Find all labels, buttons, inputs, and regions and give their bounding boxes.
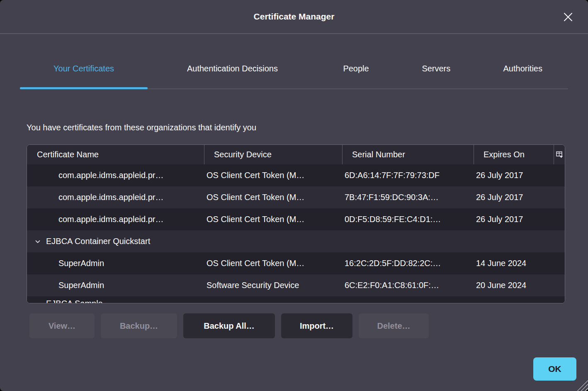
cell-serial-number: 6C:E2:F0:A1:C8:61:0F:…: [343, 274, 474, 296]
cell-security-device: Software Security Device: [204, 274, 343, 296]
delete-button[interactable]: Delete…: [359, 313, 429, 338]
table-row[interactable]: com.apple.idms.appleid.pr… OS Client Cer…: [27, 186, 565, 208]
cell-certificate-name: com.apple.idms.appleid.pr…: [27, 186, 204, 208]
cell-serial-number: 16:2C:2D:5F:DD:82:2C:…: [343, 252, 474, 274]
cell-expires-on: 26 July 2017: [474, 186, 554, 208]
tab-bar: Your Certificates Authentication Decisio…: [20, 34, 568, 89]
cell-serial-number: 7B:47:F1:59:DC:90:3A:…: [343, 186, 474, 208]
close-button[interactable]: [561, 10, 576, 24]
cell-expires-on: 26 July 2017: [474, 164, 554, 186]
tab-servers[interactable]: Servers: [395, 34, 477, 88]
table-row[interactable]: SuperAdmin OS Client Cert Token (M… 16:2…: [27, 252, 565, 274]
tab-people[interactable]: People: [317, 34, 395, 88]
certificates-table: Certificate Name Security Device Serial …: [27, 144, 565, 303]
column-header-serial-number[interactable]: Serial Number: [343, 145, 474, 164]
column-header-certificate-name[interactable]: Certificate Name: [27, 145, 204, 164]
cell-security-device: OS Client Cert Token (M…: [204, 252, 343, 274]
column-header-security-device[interactable]: Security Device: [204, 145, 343, 164]
table-row[interactable]: SuperAdmin Software Security Device 6C:E…: [27, 274, 565, 296]
table-row[interactable]: com.apple.idms.appleid.pr… OS Client Cer…: [27, 208, 565, 230]
column-picker-button[interactable]: [554, 145, 565, 164]
cell-expires-on: 26 July 2017: [474, 208, 554, 230]
column-picker-icon: [556, 151, 563, 158]
resize-grip[interactable]: [577, 380, 588, 391]
import-button[interactable]: Import…: [281, 313, 352, 338]
backup-all-button[interactable]: Backup All…: [183, 313, 275, 338]
dialog-title: Certificate Manager: [254, 12, 335, 22]
cell-certificate-name: SuperAdmin: [27, 252, 204, 274]
ok-button[interactable]: OK: [533, 357, 576, 381]
tab-label: Servers: [422, 64, 450, 73]
tab-your-certificates[interactable]: Your Certificates: [20, 34, 148, 88]
column-header-expires-on[interactable]: Expires On: [474, 145, 554, 164]
tab-label: Authentication Decisions: [187, 64, 278, 73]
group-label: EJBCA Sample: [27, 296, 565, 303]
cell-certificate-name: SuperAdmin: [27, 274, 204, 296]
table-row[interactable]: com.apple.idms.appleid.pr… OS Client Cer…: [27, 164, 565, 186]
table-group-row[interactable]: EJBCA Container Quickstart: [27, 230, 565, 252]
cell-expires-on: 20 June 2024: [474, 274, 554, 296]
cell-security-device: OS Client Cert Token (M…: [204, 186, 343, 208]
tab-label: Authorities: [503, 64, 543, 73]
cell-serial-number: 6D:A6:14:7F:7F:79:73:DF: [343, 164, 474, 186]
table-group-row-clipped[interactable]: EJBCA Sample: [27, 296, 565, 303]
cell-certificate-name: com.apple.idms.appleid.pr…: [27, 164, 204, 186]
view-button[interactable]: View…: [29, 313, 95, 338]
backup-button[interactable]: Backup…: [101, 313, 177, 338]
cell-certificate-name: com.apple.idms.appleid.pr…: [27, 208, 204, 230]
dialog-titlebar: Certificate Manager: [0, 0, 588, 34]
tab-label: People: [343, 64, 369, 73]
close-icon: [562, 11, 574, 23]
table-header-row: Certificate Name Security Device Serial …: [27, 145, 565, 164]
cell-security-device: OS Client Cert Token (M…: [204, 208, 343, 230]
tab-authorities[interactable]: Authorities: [478, 34, 568, 88]
cell-expires-on: 14 June 2024: [474, 252, 554, 274]
cell-serial-number: 0D:F5:D8:59:FE:C4:D1:…: [343, 208, 474, 230]
tab-label: Your Certificates: [53, 64, 114, 73]
action-button-row: View… Backup… Backup All… Import… Delete…: [29, 313, 588, 338]
group-label: EJBCA Container Quickstart: [46, 237, 150, 246]
tab-description: You have certificates from these organiz…: [27, 122, 568, 133]
chevron-down-icon[interactable]: [34, 238, 41, 245]
cell-security-device: OS Client Cert Token (M…: [204, 164, 343, 186]
certificate-manager-dialog: Certificate Manager Your Certificates Au…: [0, 0, 588, 391]
tab-authentication-decisions[interactable]: Authentication Decisions: [148, 34, 317, 88]
